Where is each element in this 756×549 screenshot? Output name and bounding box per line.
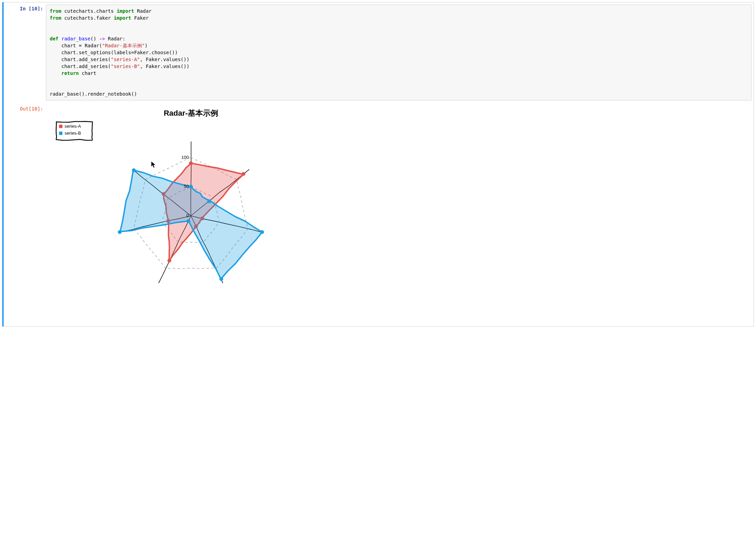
input-prompt: In [10]: (4, 2, 46, 13)
series-point-series-B (186, 219, 190, 223)
code-input-area[interactable]: from cutecharts.charts import Radar from… (46, 4, 752, 100)
tick-label: 50 (184, 184, 189, 189)
code-text: from cutecharts.charts import Radar from… (50, 8, 748, 97)
legend-swatch-series-A (59, 125, 62, 128)
legend-swatch-series-B (59, 132, 62, 135)
series-point-series-B (189, 185, 193, 189)
series-point-series-A (242, 172, 245, 176)
chart-title: Radar-基本示例 (164, 109, 218, 117)
radar-chart: 050100Radar-基本示例series-Aseries-B (46, 105, 329, 299)
legend-label-series-B: series-B (65, 131, 81, 136)
tick-label: 100 (181, 155, 189, 160)
output-area: 050100Radar-基本示例series-Aseries-B (46, 103, 754, 299)
notebook-cell: In [10]: from cutecharts.charts import R… (2, 2, 754, 327)
series-point-series-B (132, 168, 136, 172)
output-prompt: Out[10]: (4, 103, 46, 114)
legend-label-series-A: series-A (65, 124, 81, 129)
series-point-series-A (189, 161, 193, 165)
tick-label: 0 (186, 213, 189, 218)
series-point-series-B (260, 230, 264, 234)
cursor-icon (151, 161, 156, 168)
output-row: Out[10]: 050100Radar-基本示例series-Aseries-… (4, 103, 754, 299)
series-point-series-A (167, 259, 171, 262)
series-point-series-B (207, 199, 211, 203)
series-point-series-B (118, 230, 122, 234)
series-point-series-B (220, 277, 223, 281)
input-row: In [10]: from cutecharts.charts import R… (4, 2, 754, 103)
